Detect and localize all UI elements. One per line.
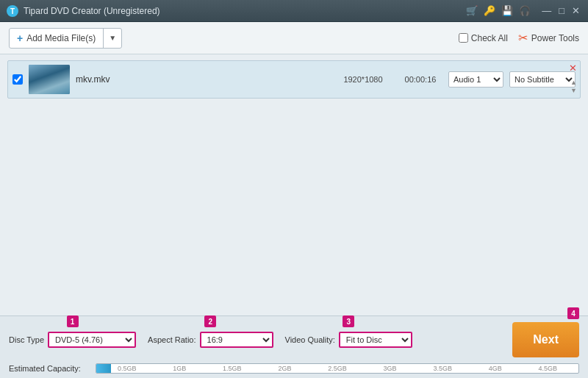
video-quality-label: Video Quality:	[285, 335, 335, 344]
maximize-button[interactable]: □	[556, 5, 567, 16]
title-bar: T Tipard DVD Creator (Unregistered) 🛒 🔑 …	[0, 0, 588, 22]
file-list: mkv.mkv 1920*1080 00:00:16 Audio 1 No Su…	[0, 54, 588, 104]
tick-1: 1GB	[173, 365, 186, 372]
window-title: Tipard DVD Creator (Unregistered)	[24, 6, 466, 16]
toolbar: + Add Media File(s) ▼ Check All ✂ Power …	[0, 22, 588, 54]
disc-type-select[interactable]: DVD-5 (4.76) DVD-9 (8.5)	[48, 332, 136, 348]
tick-0: 0.5GB	[118, 365, 137, 372]
subtitle-select[interactable]: No Subtitle	[509, 71, 576, 88]
audio-select[interactable]: Audio 1	[448, 71, 503, 88]
settings-row: 1 Disc Type DVD-5 (4.76) DVD-9 (8.5) 2 A…	[9, 322, 579, 357]
title-icon-group: 🛒 🔑 💾 🎧	[466, 5, 531, 16]
svg-text:T: T	[10, 7, 15, 15]
annotation-4: 4	[567, 307, 579, 319]
cart-icon[interactable]: 🛒	[466, 5, 478, 16]
power-tools-label: Power Tools	[531, 33, 579, 43]
tick-6: 3.5GB	[433, 365, 452, 372]
bottom-controls: 1 Disc Type DVD-5 (4.76) DVD-9 (8.5) 2 A…	[0, 315, 588, 378]
file-thumbnail	[29, 65, 70, 94]
content-area: mkv.mkv 1920*1080 00:00:16 Audio 1 No Su…	[0, 54, 588, 315]
annotation-2: 2	[204, 315, 216, 327]
tick-4: 2.5GB	[328, 365, 347, 372]
tick-5: 3GB	[384, 365, 397, 372]
check-all-wrap: Check All	[459, 33, 508, 43]
check-all-label: Check All	[471, 33, 508, 43]
minimize-button[interactable]: —	[539, 5, 553, 16]
table-row: mkv.mkv 1920*1080 00:00:16 Audio 1 No Su…	[7, 60, 581, 99]
tick-8: 4.5GB	[539, 365, 558, 372]
capacity-row: Estimated Capacity: 0.5GB 1GB 1.5GB 2GB …	[9, 363, 579, 374]
power-tools-button[interactable]: ✂ Power Tools	[518, 31, 579, 45]
tick-2: 1.5GB	[223, 365, 242, 372]
add-icon: +	[17, 32, 23, 44]
toolbar-right: Check All ✂ Power Tools	[459, 31, 579, 45]
next-button[interactable]: Next	[512, 322, 579, 357]
aspect-ratio-select[interactable]: 16:9 4:3	[200, 332, 273, 348]
video-quality-select[interactable]: Fit to Disc High Medium Low	[339, 332, 412, 348]
video-quality-group: 3 Video Quality: Fit to Disc High Medium…	[285, 332, 412, 348]
aspect-ratio-group: 2 Aspect Ratio: 16:9 4:3	[148, 332, 273, 348]
file-checkbox[interactable]	[12, 74, 23, 85]
window-controls: — □ ✕	[539, 5, 582, 16]
add-media-main[interactable]: + Add Media File(s)	[10, 29, 104, 48]
file-remove-button[interactable]: ✕	[569, 63, 577, 74]
tick-7: 4GB	[489, 365, 502, 372]
disc-type-label: Disc Type	[9, 335, 44, 344]
annotation-3: 3	[343, 315, 354, 327]
close-button[interactable]: ✕	[570, 5, 582, 16]
file-resolution: 1920*1080	[334, 75, 392, 84]
check-all-checkbox[interactable]	[459, 33, 468, 43]
disc-type-group: 1 Disc Type DVD-5 (4.76) DVD-9 (8.5)	[9, 332, 136, 348]
file-reorder-arrows[interactable]: ▲ ▼	[570, 79, 577, 95]
tick-3: 2GB	[278, 365, 291, 372]
save-icon[interactable]: 💾	[501, 5, 513, 16]
aspect-ratio-label: Aspect Ratio:	[148, 335, 196, 344]
add-media-dropdown-arrow[interactable]: ▼	[104, 30, 121, 46]
add-media-label: Add Media File(s)	[26, 33, 96, 43]
next-button-wrap: 4 Next	[505, 322, 579, 357]
add-media-button[interactable]: + Add Media File(s) ▼	[9, 28, 122, 49]
annotation-1: 1	[67, 315, 79, 327]
power-tools-icon: ✂	[518, 31, 528, 45]
key-icon[interactable]: 🔑	[484, 5, 495, 16]
file-duration: 00:00:16	[398, 75, 442, 84]
headset-icon[interactable]: 🎧	[519, 5, 531, 16]
capacity-bar: 0.5GB 1GB 1.5GB 2GB 2.5GB 3GB 3.5GB 4GB …	[96, 363, 579, 374]
app-logo: T	[6, 4, 19, 18]
capacity-label: Estimated Capacity:	[9, 364, 90, 373]
empty-area	[0, 104, 588, 315]
file-name: mkv.mkv	[76, 74, 328, 85]
